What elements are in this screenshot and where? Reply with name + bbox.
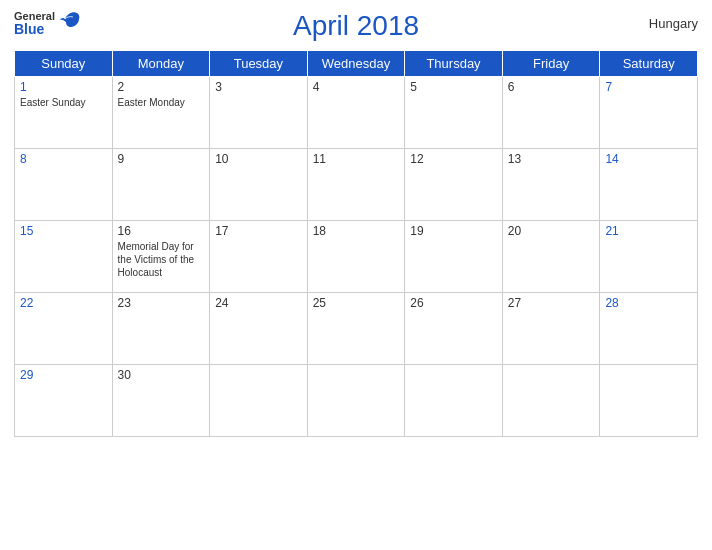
calendar-cell: 9: [112, 149, 210, 221]
calendar-cell: 25: [307, 293, 405, 365]
calendar-cell: 3: [210, 77, 308, 149]
calendar-cell: 6: [502, 77, 600, 149]
header-wednesday: Wednesday: [307, 51, 405, 77]
calendar-cell: 1Easter Sunday: [15, 77, 113, 149]
day-number: 8: [20, 152, 107, 166]
calendar-cell: 7: [600, 77, 698, 149]
weekday-header-row: Sunday Monday Tuesday Wednesday Thursday…: [15, 51, 698, 77]
holiday-name: Easter Monday: [118, 96, 205, 109]
day-number: 3: [215, 80, 302, 94]
day-number: 21: [605, 224, 692, 238]
day-number: 25: [313, 296, 400, 310]
calendar-cell: 24: [210, 293, 308, 365]
calendar-cell: 23: [112, 293, 210, 365]
day-number: 1: [20, 80, 107, 94]
day-number: 17: [215, 224, 302, 238]
calendar-cell: 14: [600, 149, 698, 221]
calendar-cell: [210, 365, 308, 437]
day-number: 4: [313, 80, 400, 94]
day-number: 5: [410, 80, 497, 94]
day-number: 26: [410, 296, 497, 310]
header-friday: Friday: [502, 51, 600, 77]
week-row-2: 1516Memorial Day for the Victims of the …: [15, 221, 698, 293]
calendar-cell: 28: [600, 293, 698, 365]
header-thursday: Thursday: [405, 51, 503, 77]
day-number: 20: [508, 224, 595, 238]
calendar-cell: [307, 365, 405, 437]
calendar-cell: 12: [405, 149, 503, 221]
header-tuesday: Tuesday: [210, 51, 308, 77]
calendar-cell: 4: [307, 77, 405, 149]
calendar-cell: 2Easter Monday: [112, 77, 210, 149]
week-row-4: 2930: [15, 365, 698, 437]
day-number: 6: [508, 80, 595, 94]
calendar-cell: 20: [502, 221, 600, 293]
day-number: 29: [20, 368, 107, 382]
calendar-header: General Blue April 2018 Hungary: [14, 10, 698, 42]
holiday-name: Easter Sunday: [20, 96, 107, 109]
day-number: 10: [215, 152, 302, 166]
holiday-name: Memorial Day for the Victims of the Holo…: [118, 240, 205, 279]
calendar-cell: 18: [307, 221, 405, 293]
calendar-cell: [405, 365, 503, 437]
day-number: 16: [118, 224, 205, 238]
calendar-container: General Blue April 2018 Hungary Sunday M…: [0, 0, 712, 550]
header-saturday: Saturday: [600, 51, 698, 77]
calendar-cell: 11: [307, 149, 405, 221]
week-row-3: 22232425262728: [15, 293, 698, 365]
day-number: 14: [605, 152, 692, 166]
calendar-cell: 10: [210, 149, 308, 221]
header-sunday: Sunday: [15, 51, 113, 77]
calendar-cell: 22: [15, 293, 113, 365]
logo-blue: Blue: [14, 22, 55, 37]
calendar-cell: [600, 365, 698, 437]
calendar-cell: 15: [15, 221, 113, 293]
calendar-cell: 30: [112, 365, 210, 437]
calendar-cell: 21: [600, 221, 698, 293]
calendar-cell: 16Memorial Day for the Victims of the Ho…: [112, 221, 210, 293]
country-label: Hungary: [649, 16, 698, 31]
logo-bird-icon: [59, 9, 81, 31]
week-row-1: 891011121314: [15, 149, 698, 221]
week-row-0: 1Easter Sunday2Easter Monday34567: [15, 77, 698, 149]
day-number: 12: [410, 152, 497, 166]
calendar-cell: 19: [405, 221, 503, 293]
calendar-cell: 26: [405, 293, 503, 365]
calendar-table: Sunday Monday Tuesday Wednesday Thursday…: [14, 50, 698, 437]
day-number: 24: [215, 296, 302, 310]
day-number: 7: [605, 80, 692, 94]
day-number: 11: [313, 152, 400, 166]
day-number: 27: [508, 296, 595, 310]
day-number: 15: [20, 224, 107, 238]
day-number: 28: [605, 296, 692, 310]
day-number: 18: [313, 224, 400, 238]
day-number: 23: [118, 296, 205, 310]
calendar-cell: [502, 365, 600, 437]
day-number: 13: [508, 152, 595, 166]
logo-area: General Blue: [14, 10, 81, 37]
calendar-cell: 27: [502, 293, 600, 365]
day-number: 19: [410, 224, 497, 238]
day-number: 22: [20, 296, 107, 310]
calendar-cell: 5: [405, 77, 503, 149]
day-number: 9: [118, 152, 205, 166]
header-monday: Monday: [112, 51, 210, 77]
calendar-cell: 13: [502, 149, 600, 221]
calendar-title: April 2018: [293, 10, 419, 42]
calendar-cell: 29: [15, 365, 113, 437]
day-number: 30: [118, 368, 205, 382]
calendar-cell: 17: [210, 221, 308, 293]
calendar-cell: 8: [15, 149, 113, 221]
day-number: 2: [118, 80, 205, 94]
